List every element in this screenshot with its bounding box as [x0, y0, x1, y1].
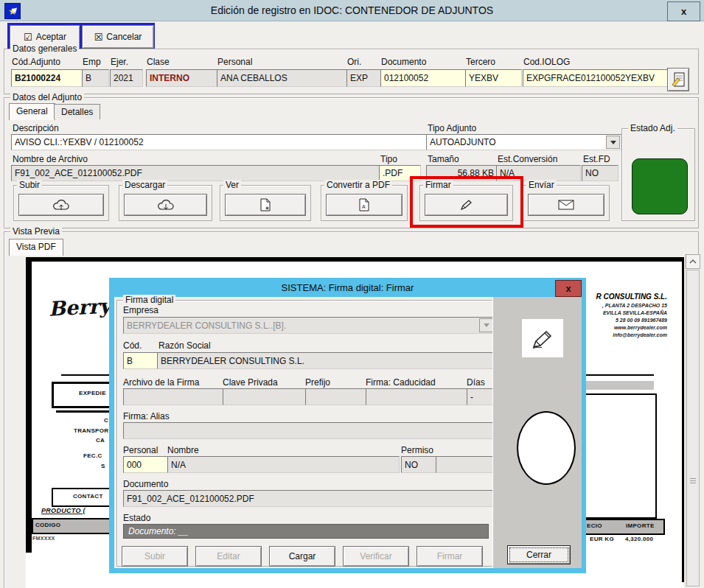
tab-general[interactable]: General [9, 103, 55, 120]
cerrar-button[interactable]: Cerrar [507, 545, 571, 564]
est-fd-field[interactable]: NO [582, 165, 618, 181]
ejer-field[interactable]: 2021 [110, 69, 143, 87]
dropdown-arrow-icon[interactable] [606, 136, 620, 149]
nombre-archivo-field[interactable]: F91_002_ACE_012100052.PDF [11, 165, 383, 181]
scrollbar-thumb[interactable] [686, 270, 700, 587]
pdf-letterhead-line: R CONSULTING S.L. [596, 293, 667, 301]
cancel-button-frame: ☒ Cancelar [80, 23, 155, 49]
firma-alias-field[interactable] [123, 422, 495, 439]
datos-generales-legend: Datos generales [10, 43, 79, 54]
documento-modal-field[interactable]: F91_002_ACE_012100052.PDF [123, 490, 495, 507]
nombre-field[interactable]: N/A [167, 456, 400, 473]
empresa-label: Empresa [123, 305, 158, 315]
descargar-button[interactable] [124, 194, 207, 216]
modal-verificar-button[interactable]: Verificar [343, 546, 409, 567]
pdf-text-transpor: TRANSPOR [74, 427, 108, 434]
caducidad-field[interactable] [366, 388, 467, 405]
clase-field[interactable]: INTERNO [146, 69, 218, 87]
pdf-fmxxxx-text: FMXXXX [32, 536, 55, 541]
pdf-letterhead-line: , PLANTA 2 DESPACHO 15 [602, 303, 667, 308]
modal-editar-button[interactable]: Editar [195, 546, 262, 567]
signature-pen-icon [522, 319, 563, 357]
pdf-letterhead-line: EVILLA SEVILLA-ESPAÑA [603, 310, 667, 315]
pdf-precio-text: ECIO [587, 522, 602, 529]
ver-button[interactable] [225, 194, 306, 216]
tipo-adjunto-combobox[interactable]: AUTOADJUNTO [426, 134, 621, 150]
empresa-value: BERRYDEALER CONSULTING S.L..[B]. [127, 321, 286, 331]
pdf-letterhead: R CONSULTING S.L. , PLANTA 2 DESPACHO 15… [596, 293, 667, 337]
tipo-label: Tipo [380, 154, 397, 164]
empresa-combobox[interactable]: BERRYDEALER CONSULTING S.L..[B]. [123, 317, 495, 334]
pdf-eurkg-text: EUR KG [590, 536, 614, 542]
archivo-firma-label: Archivo de la Firma [123, 377, 199, 388]
estado-adj-fieldset: Estado Adj. [621, 128, 695, 221]
edit-iolog-button[interactable] [667, 68, 689, 91]
est-fd-label: Est.FD [583, 154, 610, 164]
razon-social-field[interactable]: BERRYDEALER CONSULTING S.L. [157, 352, 495, 369]
cod-iolog-field[interactable]: EXPGFRACE012100052YEXBV [523, 69, 671, 87]
ori-field[interactable]: EXP [346, 69, 382, 87]
cancel-button[interactable]: ☒ Cancelar [82, 25, 154, 49]
pdf-expediente-text: EXPEDIE [79, 390, 106, 396]
razon-social-label: Razón Social [158, 340, 211, 351]
estado-statusbar: Documento: __ [123, 524, 489, 539]
scrollbar-up-icon[interactable] [686, 254, 700, 269]
personal-label: Personal [217, 57, 252, 67]
pdf-letterhead-line: info@berrydealer.com [613, 332, 667, 337]
firma-digital-fieldset: Firma digital Empresa BERRYDEALER CONSUL… [116, 300, 495, 567]
svg-text:A: A [362, 204, 366, 209]
emp-field[interactable]: B [82, 69, 109, 87]
stamp-circle-placeholder [517, 411, 576, 485]
window-close-button[interactable]: x [667, 1, 700, 21]
modal-close-icon: x [565, 283, 571, 294]
personal-modal-label: Personal [123, 445, 158, 455]
cod-iolog-label: Cod.IOLOG [523, 57, 570, 67]
vista-previa-legend: Vista Previa [10, 226, 62, 237]
modal-subir-button[interactable]: Subir [122, 546, 188, 567]
tab-detalles[interactable]: Detalles [54, 104, 100, 119]
edit-document-icon [672, 72, 685, 87]
pdf-importe-value: 4,320.000 [625, 536, 653, 542]
convertir-pdf-fieldset: Convertir a PDF A [321, 185, 408, 221]
clave-privada-field[interactable] [223, 388, 307, 405]
personal-field[interactable]: ANA CEBALLOS [217, 69, 349, 87]
send-mail-icon [558, 200, 574, 210]
prefijo-field[interactable] [305, 388, 367, 405]
preview-scrollbar[interactable] [685, 254, 700, 588]
modal-close-button[interactable]: x [555, 280, 582, 297]
pdf-text-c: C [104, 417, 108, 424]
clave-privada-label: Clave Privada [223, 377, 278, 388]
tipo-adjunto-value: AUTOADJUNTO [430, 137, 496, 147]
firma-digital-modal: SISTEMA: Firma digital: Firmar x Firma d… [109, 278, 586, 573]
permiso-field[interactable]: NO [401, 456, 438, 473]
view-document-icon [260, 198, 271, 211]
nombre-label: Nombre [167, 445, 199, 455]
modal-cargar-button[interactable]: Cargar [269, 546, 335, 567]
permiso-extra-field[interactable] [436, 456, 495, 473]
cod-field[interactable]: B [123, 352, 160, 369]
firma-digital-legend: Firma digital [123, 295, 175, 305]
window-titlebar: Edición de registro en IDOC: CONTENEDOR … [0, 0, 704, 21]
pdf-text-fec: FEC.C [83, 452, 102, 459]
upload-cloud-icon [52, 198, 71, 211]
ejer-label: Ejer. [111, 57, 128, 67]
tercero-field[interactable]: YEXBV [465, 69, 522, 87]
modal-firmar-button[interactable]: Firmar [417, 546, 483, 567]
enviar-button[interactable] [528, 194, 604, 216]
dias-field[interactable]: - [467, 388, 495, 405]
convertir-pdf-button[interactable]: A [326, 194, 402, 216]
tab-vista-pdf[interactable]: Vista PDF [9, 239, 63, 256]
pdf-letterhead-line: 5 28 00 09 891967489 [616, 318, 667, 323]
subir-button[interactable] [18, 194, 104, 216]
clase-label: Clase [147, 57, 170, 67]
pdf-text-s: S [101, 463, 105, 469]
modal-title: SISTEMA: Firma digital: Firmar [282, 282, 414, 293]
documento-field[interactable]: 012100052 [380, 69, 469, 87]
descripcion-field[interactable]: AVISO CLI.:YEXBV / 012100052 [11, 134, 427, 150]
cod-adjunto-field[interactable]: B21000224 [11, 69, 84, 87]
accept-check-icon: ☑ [24, 32, 32, 43]
archivo-firma-field[interactable] [123, 388, 224, 405]
pdf-producto-text: PRODUCTO ( [41, 507, 86, 514]
download-cloud-icon [156, 198, 175, 211]
personal-modal-field[interactable]: 000 [123, 456, 171, 473]
